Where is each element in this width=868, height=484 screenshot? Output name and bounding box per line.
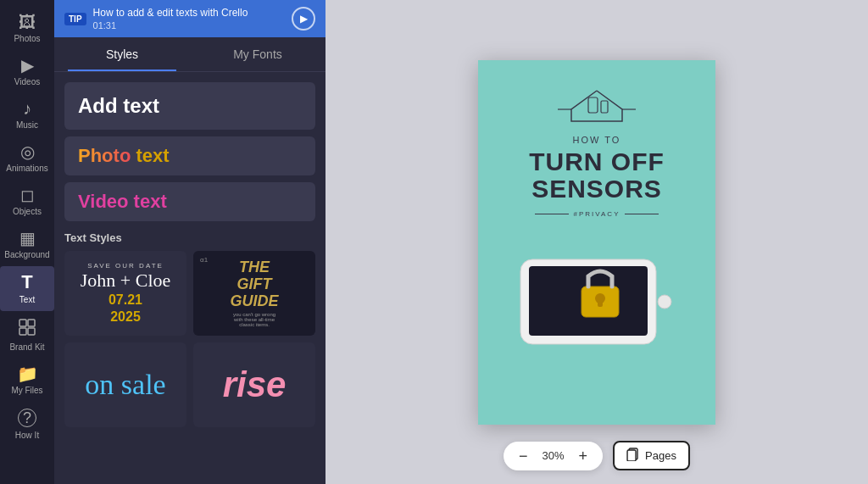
zoom-in-button[interactable]: + [576, 447, 592, 465]
brand-kit-icon [18, 318, 36, 339]
svg-rect-6 [588, 97, 598, 113]
text-styles-section-title: Text Styles [64, 231, 315, 244]
text-icon: T [21, 273, 32, 292]
svg-rect-13 [598, 298, 603, 307]
john-cloe-label: John + Cloe [81, 270, 171, 292]
zoom-value: 30% [540, 449, 567, 462]
style-card-rise[interactable]: rise [193, 342, 315, 427]
svg-rect-2 [19, 328, 26, 335]
video-text-button[interactable]: Video text [64, 182, 315, 221]
tab-my-fonts[interactable]: My Fonts [190, 37, 326, 71]
house-icon [554, 84, 639, 128]
svg-rect-15 [627, 450, 636, 461]
zoom-controls: − 30% + [504, 442, 603, 470]
left-divider [535, 214, 569, 214]
music-icon: ♪ [23, 100, 31, 117]
how-to-text: HOW TO [573, 135, 621, 145]
sidebar-videos-label: Videos [14, 77, 40, 86]
objects-icon: ◻ [20, 186, 35, 203]
add-text-button[interactable]: Add text [64, 82, 315, 130]
on-sale-label: on sale [85, 369, 165, 401]
video-text-label: Video text [78, 191, 167, 212]
right-divider [625, 214, 659, 214]
panel-tabs: Styles My Fonts [54, 37, 326, 72]
photo-text-button[interactable]: Photo text [64, 136, 315, 175]
gift-guide-sub: you can't go wrongwith these all-timecla… [230, 312, 278, 327]
pages-button[interactable]: Pages [613, 441, 690, 470]
svg-rect-7 [601, 101, 608, 113]
sidebar-animations-label: Animations [6, 164, 47, 173]
sidebar-objects-label: Objects [13, 207, 42, 216]
rise-label: rise [223, 364, 287, 405]
sidebar-item-objects[interactable]: ◻ Objects [0, 180, 54, 223]
sidebar-brand-kit-label: Brand Kit [9, 342, 44, 352]
sidebar-item-brand-kit[interactable]: Brand Kit [0, 311, 54, 359]
svg-point-10 [658, 295, 671, 309]
gift-guide-title: THEGIFTGUIDE [230, 259, 278, 309]
sidebar: 🖼 Photos ▶ Videos ♪ Music ◎ Animations ◻… [0, 0, 54, 484]
tip-title: How to add & edit texts with Crello [93, 7, 285, 20]
how-it-icon: ? [18, 409, 36, 427]
tip-content: How to add & edit texts with Crello 01:3… [93, 7, 285, 31]
svg-rect-1 [28, 320, 35, 326]
style-card-on-sale[interactable]: on sale [64, 342, 186, 427]
sidebar-item-how-it[interactable]: ? How It [0, 402, 54, 447]
photo-text-label: Photo [78, 145, 136, 166]
tab-styles[interactable]: Styles [54, 37, 190, 71]
animations-icon: ◎ [20, 143, 35, 160]
play-icon: ▶ [300, 13, 308, 25]
pages-icon [626, 448, 640, 464]
my-files-icon: 📁 [17, 365, 38, 382]
sidebar-item-music[interactable]: ♪ Music [0, 93, 54, 136]
tip-banner[interactable]: TIP How to add & edit texts with Crello … [54, 0, 326, 37]
videos-icon: ▶ [21, 57, 34, 74]
sidebar-item-photos[interactable]: 🖼 Photos [0, 7, 54, 50]
background-icon: ▦ [19, 230, 36, 247]
sidebar-item-text[interactable]: T Text [0, 266, 54, 311]
sensors-text: SENSORS [531, 175, 662, 203]
sidebar-music-label: Music [16, 120, 38, 130]
divider-container: #PRIVACY [535, 210, 659, 218]
panel-content: Add text Photo text Video text Text Styl… [54, 72, 326, 484]
zoom-in-icon: + [579, 448, 588, 465]
tip-badge: TIP [64, 13, 86, 25]
zoom-out-button[interactable]: − [515, 447, 531, 465]
sidebar-background-label: Background [4, 250, 49, 259]
style-card-save-date[interactable]: SAVE OUR DATE John + Cloe 07.212025 [64, 251, 186, 336]
sidebar-photos-label: Photos [14, 34, 40, 43]
phone-lock-area [512, 238, 682, 357]
sidebar-my-files-label: My Files [11, 386, 42, 395]
canvas-wrapper: HOW TO TURN OFF SENSORS #PRIVACY [478, 60, 715, 425]
tip-duration: 01:31 [93, 20, 285, 31]
add-text-label: Add text [78, 94, 159, 117]
photo-text-label-2: text [136, 145, 169, 166]
sidebar-item-background[interactable]: ▦ Background [0, 223, 54, 266]
main-canvas-area: HOW TO TURN OFF SENSORS #PRIVACY [326, 0, 868, 484]
date-label: 07.212025 [108, 292, 142, 324]
turn-off-text: TURN OFF [529, 148, 665, 175]
a1-label: α1 [200, 256, 208, 264]
sidebar-text-label: Text [19, 295, 35, 304]
sidebar-how-it-label: How It [15, 431, 39, 440]
svg-rect-3 [28, 328, 35, 335]
zoom-out-icon: − [519, 448, 528, 465]
sidebar-item-animations[interactable]: ◎ Animations [0, 136, 54, 180]
save-date-label: SAVE OUR DATE [87, 262, 164, 270]
bottom-toolbar: − 30% + Pages [504, 441, 690, 470]
sidebar-item-my-files[interactable]: 📁 My Files [0, 359, 54, 402]
canvas-card[interactable]: HOW TO TURN OFF SENSORS #PRIVACY [478, 60, 715, 425]
photos-icon: 🖼 [19, 14, 36, 31]
style-card-gift-guide[interactable]: α1 THEGIFTGUIDE you can't go wrongwith t… [193, 251, 315, 336]
text-panel: TIP How to add & edit texts with Crello … [54, 0, 326, 484]
svg-rect-0 [19, 320, 26, 326]
tip-play-button[interactable]: ▶ [292, 7, 315, 31]
pages-label: Pages [645, 449, 676, 462]
hashtag-text: #PRIVACY [574, 210, 620, 218]
style-grid: SAVE OUR DATE John + Cloe 07.212025 α1 T… [64, 251, 315, 427]
phone-lock-svg [512, 238, 682, 357]
sidebar-item-videos[interactable]: ▶ Videos [0, 50, 54, 93]
